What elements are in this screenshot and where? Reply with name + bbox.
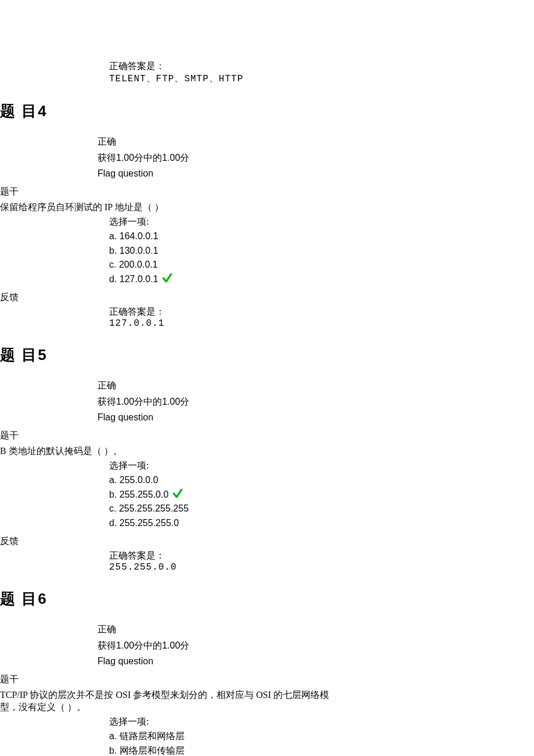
score-line: 获得1.00分中的1.00分 — [98, 638, 534, 653]
option-row[interactable]: c. 255.255.255.255 — [109, 502, 534, 516]
option-row[interactable]: d. 127.0.0.1 — [109, 272, 534, 287]
option-value: 127.0.0.1 — [120, 274, 158, 284]
option-label: d. — [109, 274, 117, 284]
score-line: 获得1.00分中的1.00分 — [98, 394, 534, 409]
feedback-label: 反馈 — [0, 291, 534, 304]
select-prompt: 选择一项: — [109, 460, 534, 472]
flag-question-link[interactable]: Flag question — [98, 654, 534, 669]
feedback-label: 反馈 — [0, 535, 534, 548]
option-label: c. — [109, 503, 116, 513]
option-row[interactable]: d. 255.255.255.0 — [109, 516, 534, 531]
check-icon — [161, 272, 173, 284]
correct-answer-value: 127.0.0.1 — [109, 318, 534, 329]
option-label: a. — [109, 731, 117, 741]
option-row[interactable]: b. 130.0.0.1 — [109, 244, 534, 258]
option-label: c. — [109, 260, 116, 269]
option-value: 130.0.0.1 — [120, 246, 158, 255]
option-label: a. — [109, 475, 117, 485]
document-page: 正确答案是： TELENT、FTP、SMTP、HTTP 题 目4 正确 获得1.… — [0, 0, 534, 756]
option-value: 255.0.0.0 — [120, 475, 158, 485]
option-value: 255.255.0.0 — [120, 489, 169, 499]
question-title: 题 目6 — [0, 589, 534, 609]
status-label: 正确 — [98, 134, 534, 149]
option-value: 200.0.0.1 — [119, 260, 158, 269]
question-stem: B 类地址的默认掩码是（ ）。 — [0, 445, 534, 458]
stem-label: 题干 — [0, 674, 534, 686]
question-stem: 保留给程序员自环测试的 IP 地址是（ ） — [0, 201, 534, 214]
option-value: 164.0.0.1 — [120, 231, 158, 241]
option-label: b. — [109, 246, 117, 255]
option-row[interactable]: b. 255.255.0.0 — [109, 488, 534, 502]
stem-label: 题干 — [0, 186, 534, 198]
option-label: a. — [109, 231, 117, 241]
status-label: 正确 — [98, 622, 534, 637]
flag-question-link[interactable]: Flag question — [98, 410, 534, 425]
option-row[interactable]: a. 链路层和网络层 — [109, 729, 534, 744]
option-label: b. — [109, 746, 117, 755]
correct-answer-label: 正确答案是： — [109, 306, 534, 318]
option-value: 255.255.255.255 — [119, 503, 189, 513]
question-title: 题 目4 — [0, 101, 534, 121]
option-label: d. — [109, 518, 117, 528]
option-value: 链路层和网络层 — [120, 731, 185, 741]
flag-question-link[interactable]: Flag question — [98, 166, 534, 181]
select-prompt: 选择一项: — [109, 216, 534, 228]
score-line: 获得1.00分中的1.00分 — [98, 150, 534, 165]
question-stem: TCP/IP 协议的层次并不是按 OSI 参考模型来划分的，相对应与 OSI 的… — [0, 689, 331, 714]
correct-answer-label: 正确答案是： — [109, 60, 534, 73]
correct-answer-label: 正确答案是： — [109, 550, 534, 562]
status-label: 正确 — [98, 378, 534, 393]
correct-answer-value: TELENT、FTP、SMTP、HTTP — [109, 73, 534, 85]
option-label: b. — [109, 489, 117, 499]
option-value: 网络层和传输层 — [120, 746, 185, 755]
select-prompt: 选择一项: — [109, 716, 534, 728]
option-row[interactable]: a. 164.0.0.1 — [109, 229, 534, 244]
question-title: 题 目5 — [0, 345, 534, 365]
correct-answer-value: 255.255.0.0 — [109, 562, 534, 573]
option-value: 255.255.255.0 — [120, 518, 179, 528]
stem-label: 题干 — [0, 430, 534, 442]
check-icon — [172, 488, 183, 499]
option-row[interactable]: b. 网络层和传输层 — [109, 744, 534, 756]
option-row[interactable]: c. 200.0.0.1 — [109, 258, 534, 272]
option-row[interactable]: a. 255.0.0.0 — [109, 473, 534, 488]
